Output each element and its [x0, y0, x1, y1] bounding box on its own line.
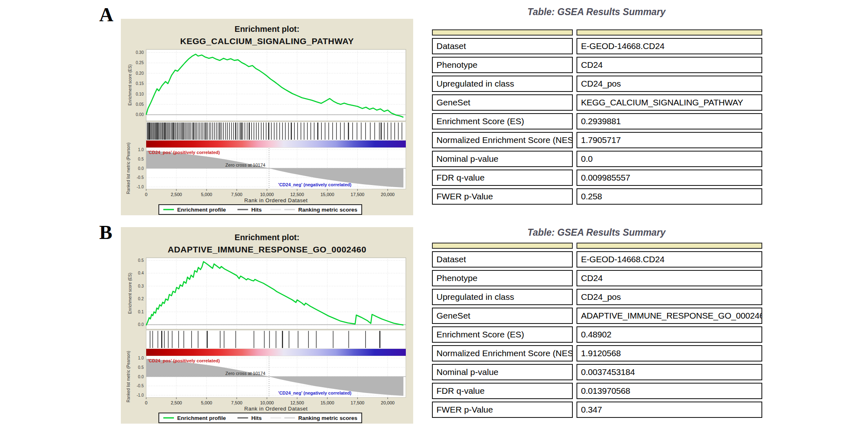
table-cell-label: Upregulated in class — [432, 289, 573, 305]
x-axis-label: Rank in Ordered Dataset — [244, 197, 307, 203]
es-y-tick-label: 0.1 — [138, 310, 144, 314]
zero-cross-annotation: Zero cross at 10174 — [225, 371, 265, 376]
table-cell-value: 0.258 — [576, 188, 762, 205]
table-header-cell — [432, 29, 573, 36]
zero-cross-annotation: Zero cross at 10174 — [225, 163, 265, 167]
positive-class-annotation: 'CD24_pos' (positively correlated) — [148, 358, 220, 363]
metric-y-axis-label: Ranked list metric (Pearson) — [126, 143, 131, 194]
es-y-axis-label: Enrichment score (ES) — [128, 273, 132, 314]
table-row: FDR q-value0.013970568 — [432, 383, 763, 399]
table-cell-label: Nominal p-value — [432, 364, 573, 380]
table-cell-label: FDR q-value — [432, 170, 573, 186]
x-tick-label: 5,000 — [201, 400, 212, 405]
table-cell-value: E-GEOD-14668.CD24 — [576, 38, 762, 54]
table-row: Nominal p-value0.0 — [432, 151, 763, 167]
x-tick-label: 7,500 — [231, 192, 243, 197]
table-cell-value: CD24 — [576, 57, 762, 73]
es-y-tick-label: 0.00 — [136, 112, 144, 117]
x-tick-label: 10,000 — [260, 400, 274, 405]
table-cell-label: Phenotype — [432, 270, 573, 286]
plot-title: Enrichment plot: — [235, 233, 300, 242]
plot-geneset-title: ADAPTIVE_IMMUNE_RESPONSE_GO_0002460 — [168, 245, 367, 254]
es-plot-area — [146, 49, 406, 121]
table-cell-value: 0.48902 — [576, 326, 762, 343]
negative-class-annotation: 'CD24_neg' (negatively correlated) — [278, 391, 352, 395]
table-cell-label: Enrichment Score (ES) — [432, 326, 573, 343]
x-tick-label: 0 — [145, 192, 147, 197]
table-header-row — [432, 243, 763, 249]
table-title: Table: GSEA Results Summary — [432, 227, 761, 238]
metric-y-tick-label: 1.0 — [138, 147, 144, 152]
es-y-tick-label: 0.25 — [136, 60, 144, 65]
negative-class-annotation: 'CD24_neg' (negatively correlated) — [278, 182, 352, 187]
figure-canvas: A B Enrichment plot: KEGG_CALCIUM_SIGNAL… — [0, 0, 868, 424]
table-title: Table: GSEA Results Summary — [432, 7, 761, 18]
table-cell-label: Enrichment Score (ES) — [432, 113, 573, 129]
table-cell-value: ADAPTIVE_IMMUNE_RESPONSE_GO_0002460 — [576, 308, 762, 324]
table-cell-value: 1.9120568 — [576, 345, 762, 362]
table-header-cell — [576, 29, 762, 36]
table-row: Upregulated in classCD24_pos — [432, 76, 763, 92]
table-cell-value: 0.013970568 — [576, 383, 762, 399]
table-cell-value: 0.0037453184 — [576, 364, 762, 380]
x-tick-label: 20,000 — [381, 400, 395, 405]
x-tick-label: 2,500 — [171, 192, 182, 197]
table-row: Enrichment Score (ES)0.2939881 — [432, 113, 763, 129]
table-cell-label: Nominal p-value — [432, 151, 573, 167]
metric-y-tick-label: 1.0 — [138, 356, 144, 360]
metric-y-axis-label: Ranked list metric (Pearson) — [126, 351, 131, 402]
es-y-tick-label: 0.20 — [136, 71, 144, 76]
table-header-cell — [576, 243, 762, 249]
x-tick-label: 17,500 — [351, 400, 365, 405]
metric-y-tick-label: 0.0 — [138, 166, 144, 171]
table-row: PhenotypeCD24 — [432, 57, 763, 73]
x-tick-label: 2,500 — [171, 400, 182, 405]
x-tick-label: 20,000 — [381, 192, 395, 197]
positive-class-annotation: 'CD24_pos' (positively correlated) — [148, 150, 220, 155]
table-cell-label: Normalized Enrichment Score (NES) — [432, 132, 573, 148]
metric-y-tick-label: -1.0 — [137, 185, 144, 189]
table-row: DatasetE-GEOD-14668.CD24 — [432, 38, 763, 54]
es-y-tick-label: 0.10 — [136, 92, 144, 96]
table-row: Nominal p-value0.0037453184 — [432, 364, 763, 380]
table-cell-value: 0.009985557 — [576, 170, 762, 186]
legend-item-label: Hits — [251, 415, 262, 421]
es-plot-area — [146, 258, 406, 329]
table-cell-label: FDR q-value — [432, 383, 573, 399]
metric-y-tick-label: -0.5 — [137, 175, 144, 180]
panel-label-a: A — [99, 5, 114, 25]
gsea-results-table-b: DatasetE-GEOD-14668.CD24PhenotypeCD24Upr… — [432, 243, 763, 420]
table-cell-value: KEGG_CALCIUM_SIGNALING_PATHWAY — [576, 94, 762, 111]
legend-item-label: Enrichment profile — [177, 415, 226, 421]
table-cell-label: GeneSet — [432, 308, 573, 324]
table-header-cell — [432, 243, 573, 249]
es-y-tick-label: 0.4 — [138, 271, 144, 275]
table-row: Enrichment Score (ES)0.48902 — [432, 326, 763, 343]
table-cell-label: FWER p-Value — [432, 402, 573, 418]
table-row: PhenotypeCD24 — [432, 270, 763, 286]
table-cell-label: Upregulated in class — [432, 76, 573, 92]
metric-y-tick-label: 0.5 — [138, 365, 144, 370]
table-row: FWER p-Value0.347 — [432, 402, 763, 418]
table-cell-label: FWER p-Value — [432, 188, 573, 205]
gsea-plot-panel-b: Enrichment plot: ADAPTIVE_IMMUNE_RESPONS… — [121, 227, 413, 424]
plot-title: Enrichment plot: — [235, 25, 300, 33]
table-cell-value: CD24_pos — [576, 76, 762, 92]
table-row: GeneSetKEGG_CALCIUM_SIGNALING_PATHWAY — [432, 94, 763, 111]
es-y-tick-label: 0.0 — [138, 322, 144, 327]
x-tick-label: 7,500 — [231, 400, 243, 405]
table-row: Normalized Enrichment Score (NES)1.79057… — [432, 132, 763, 148]
table-row: Upregulated in classCD24_pos — [432, 289, 763, 305]
es-y-tick-label: 0.3 — [138, 284, 144, 288]
rank-colorbar — [146, 349, 406, 356]
gsea-plot-panel-a: Enrichment plot: KEGG_CALCIUM_SIGNALING_… — [121, 19, 413, 215]
legend-item-label: Ranking metric scores — [298, 207, 357, 213]
metric-y-tick-label: 0.5 — [138, 157, 144, 161]
rank-colorbar — [146, 141, 406, 147]
table-cell-label: Phenotype — [432, 57, 573, 73]
x-tick-label: 17,500 — [351, 192, 365, 197]
es-y-tick-label: 0.30 — [136, 50, 144, 55]
panel-label-b: B — [99, 223, 112, 242]
es-y-tick-label: 0.5 — [138, 258, 144, 263]
legend-item-label: Hits — [251, 207, 262, 213]
